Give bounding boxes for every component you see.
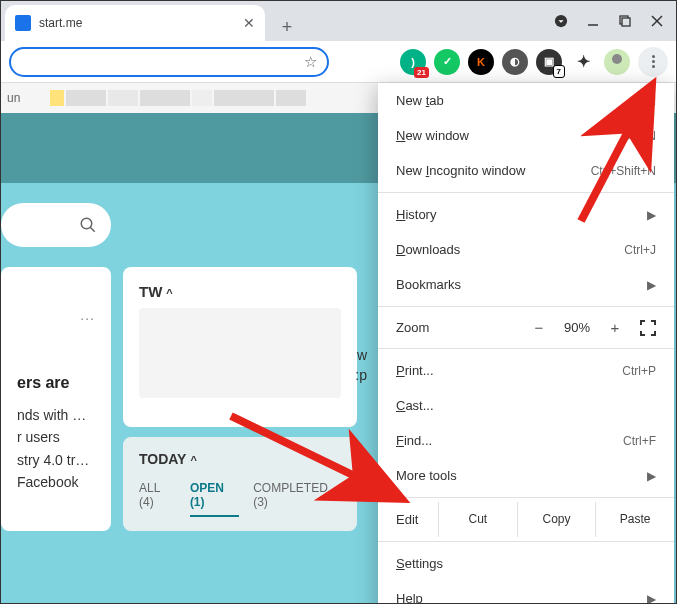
zoom-out-button[interactable]: − bbox=[528, 319, 550, 336]
menu-downloads[interactable]: DownloadsCtrl+J bbox=[378, 232, 674, 267]
chevron-right-icon: ▶ bbox=[647, 278, 656, 292]
extension-badge: 7 bbox=[553, 65, 565, 78]
edit-cut[interactable]: Cut bbox=[438, 502, 517, 537]
tab-all[interactable]: ALL (4) bbox=[139, 481, 176, 517]
account-icon[interactable] bbox=[554, 14, 568, 28]
extension-badge: 21 bbox=[414, 67, 429, 78]
chevron-up-icon[interactable]: ^ bbox=[166, 287, 172, 299]
chevron-right-icon: ▶ bbox=[647, 208, 656, 222]
extensions-menu-icon[interactable]: ✦ bbox=[570, 49, 596, 75]
blurred-region bbox=[50, 90, 350, 106]
close-window-icon[interactable] bbox=[650, 14, 664, 28]
chevron-up-icon[interactable]: ^ bbox=[190, 454, 196, 466]
svg-line-7 bbox=[90, 227, 95, 232]
bookmark-star-icon[interactable]: ☆ bbox=[304, 53, 317, 71]
menu-incognito[interactable]: New Incognito windowCtrl+Shift+N bbox=[378, 153, 674, 188]
menu-bookmarks[interactable]: Bookmarks▶ bbox=[378, 267, 674, 302]
tab-favicon bbox=[15, 15, 31, 31]
menu-new-window[interactable]: New windowCtrl+N bbox=[378, 118, 674, 153]
card-menu-icon[interactable]: ... bbox=[17, 307, 95, 323]
extension-icon[interactable]: ✓ bbox=[434, 49, 460, 75]
list-item[interactable]: Facebook bbox=[17, 471, 95, 493]
edit-paste[interactable]: Paste bbox=[595, 502, 674, 537]
card-title: TODAY^ bbox=[139, 451, 341, 467]
menu-print[interactable]: Print...Ctrl+P bbox=[378, 353, 674, 388]
zoom-in-button[interactable]: + bbox=[604, 319, 626, 336]
list-item[interactable]: r users bbox=[17, 426, 95, 448]
menu-cast[interactable]: Cast... bbox=[378, 388, 674, 423]
search-icon bbox=[79, 216, 97, 234]
address-bar[interactable]: ☆ bbox=[9, 47, 329, 77]
menu-history[interactable]: History▶ bbox=[378, 197, 674, 232]
extension-icon[interactable]: ◐ bbox=[502, 49, 528, 75]
close-icon[interactable]: ✕ bbox=[243, 15, 255, 31]
blurred-region bbox=[139, 308, 341, 398]
edit-copy[interactable]: Copy bbox=[517, 502, 596, 537]
menu-zoom: Zoom − 90% + bbox=[378, 311, 674, 344]
toolbar: ☆ )21 ✓ K ◐ ▣7 ✦ bbox=[1, 41, 676, 83]
minimize-icon[interactable] bbox=[586, 14, 600, 28]
chrome-menu-button[interactable] bbox=[638, 47, 668, 77]
zoom-value: 90% bbox=[564, 320, 590, 335]
browser-tab[interactable]: start.me ✕ bbox=[5, 5, 265, 41]
chrome-menu: New tabCtrl New windowCtrl+N New Incogni… bbox=[378, 83, 674, 604]
extension-icon[interactable]: ▣7 bbox=[536, 49, 562, 75]
menu-edit-row: Edit Cut Copy Paste bbox=[378, 502, 674, 537]
today-card: TODAY^ ALL (4) OPEN (1) COMPLETED (3) bbox=[123, 437, 357, 531]
extension-icon[interactable]: K bbox=[468, 49, 494, 75]
list-item[interactable]: nds with … bbox=[17, 404, 95, 426]
today-tabs: ALL (4) OPEN (1) COMPLETED (3) bbox=[139, 481, 341, 517]
maximize-icon[interactable] bbox=[618, 14, 632, 28]
menu-new-tab[interactable]: New tabCtrl bbox=[378, 83, 674, 118]
tab-title: start.me bbox=[39, 16, 235, 30]
menu-find[interactable]: Find...Ctrl+F bbox=[378, 423, 674, 458]
card: TW^ w :p bbox=[123, 267, 357, 427]
extension-icon[interactable]: )21 bbox=[400, 49, 426, 75]
profile-avatar[interactable] bbox=[604, 49, 630, 75]
card: ... ers are nds with … r users stry 4.0 … bbox=[1, 267, 111, 531]
list: nds with … r users stry 4.0 tr… Facebook bbox=[17, 404, 95, 494]
tab-strip: start.me ✕ + bbox=[1, 1, 676, 41]
svg-point-6 bbox=[81, 218, 92, 229]
svg-rect-3 bbox=[622, 18, 630, 26]
new-tab-button[interactable]: + bbox=[273, 13, 301, 41]
menu-settings[interactable]: Settings bbox=[378, 546, 674, 581]
menu-help[interactable]: Help▶ bbox=[378, 581, 674, 604]
fullscreen-icon[interactable] bbox=[640, 320, 656, 336]
menu-more-tools[interactable]: More tools▶ bbox=[378, 458, 674, 493]
chevron-right-icon: ▶ bbox=[647, 592, 656, 605]
headline-text: ers are bbox=[17, 373, 95, 394]
search-input[interactable] bbox=[1, 203, 111, 247]
card-title: TW^ bbox=[139, 283, 341, 300]
tab-open[interactable]: OPEN (1) bbox=[190, 481, 239, 517]
chevron-right-icon: ▶ bbox=[647, 469, 656, 483]
list-item[interactable]: stry 4.0 tr… bbox=[17, 449, 95, 471]
tab-completed[interactable]: COMPLETED (3) bbox=[253, 481, 341, 517]
